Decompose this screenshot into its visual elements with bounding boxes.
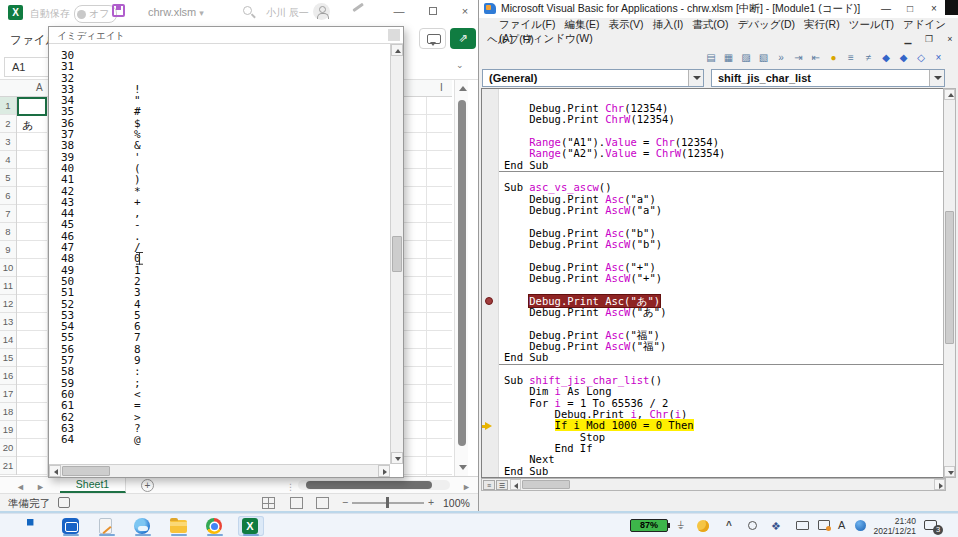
menu-実行[interactable]: 実行(R) [804, 18, 840, 30]
autosave-toggle[interactable]: 自動保存 オフ [30, 5, 117, 23]
menu-書式[interactable]: 書式(O) [692, 18, 728, 30]
dropdown-arrow-icon[interactable] [929, 70, 944, 86]
code-vscroll-thumb[interactable] [945, 211, 954, 344]
user-name[interactable]: 小川 辰一 [266, 6, 309, 20]
sheet-tab-sheet1[interactable]: Sheet1 [60, 477, 126, 493]
battery-indicator[interactable]: 87% [630, 519, 668, 532]
hscroll-right-icon[interactable]: ► [462, 482, 471, 492]
row-header-14[interactable]: 14 [0, 331, 16, 349]
comment-block-icon[interactable]: ≡ [843, 50, 859, 65]
comments-button[interactable] [419, 28, 446, 49]
list-properties-icon[interactable]: ▤ [703, 50, 719, 65]
sync-icon[interactable] [748, 521, 757, 530]
uncomment-block-icon[interactable]: ≠ [861, 50, 877, 65]
menu-help[interactable]: ヘルプ(H) [487, 33, 534, 45]
ime-mode-icon[interactable]: A [838, 519, 845, 531]
row-header-19[interactable]: 19 [0, 421, 16, 439]
excel-close-button[interactable]: × [450, 0, 480, 22]
chrome-app-icon[interactable] [202, 516, 228, 536]
explorer-app-icon[interactable] [166, 516, 192, 536]
recorder-app-icon[interactable] [58, 516, 84, 536]
dropdown-arrow-icon[interactable] [688, 70, 703, 86]
imm-scroll-down[interactable] [391, 452, 403, 464]
row-header-16[interactable]: 16 [0, 367, 16, 385]
row-header-15[interactable]: 15 [0, 349, 16, 367]
row-headers[interactable]: 123456789101112131415161718192021 [0, 97, 17, 475]
row-header-18[interactable]: 18 [0, 403, 16, 421]
code-scroll-up[interactable] [944, 89, 955, 100]
code-scroll-right[interactable] [934, 479, 945, 490]
code-line[interactable]: Debug.Print AscW("福") [482, 341, 946, 352]
excel-maximize-button[interactable] [418, 0, 448, 22]
code-line[interactable]: Debug.Print AscW("+") [482, 273, 946, 284]
code-horizontal-scrollbar[interactable]: ≡ ☰ [481, 478, 946, 491]
row-header-20[interactable]: 20 [0, 439, 16, 457]
app-tray-icon[interactable] [855, 520, 866, 531]
module-restore-button[interactable]: ❐ [920, 34, 938, 44]
row-header-12[interactable]: 12 [0, 295, 16, 313]
row-header-9[interactable]: 9 [0, 241, 16, 259]
list-constants-icon[interactable]: ▦ [721, 50, 737, 65]
start-button[interactable] [22, 516, 48, 536]
module-close-button[interactable]: × [941, 34, 958, 44]
complete-word-icon[interactable]: » [773, 50, 789, 65]
row-header-5[interactable]: 5 [0, 169, 16, 187]
grid-vertical-scrollbar[interactable] [454, 80, 468, 476]
vba-close-button[interactable]: × [922, 2, 946, 16]
code-line[interactable]: End Sub [482, 160, 946, 171]
code-scroll-left[interactable] [510, 479, 521, 490]
excel-minimize-button[interactable]: — [384, 0, 414, 22]
snip-tool-icon[interactable] [818, 520, 830, 530]
grid-horizontal-scrollbar[interactable] [298, 480, 450, 490]
row-header-13[interactable]: 13 [0, 313, 16, 331]
code-line[interactable]: Range("A2").Value = ChrW(12354) [482, 148, 946, 159]
imm-scroll-up[interactable] [391, 44, 403, 56]
row-header-1[interactable]: 1 [0, 97, 16, 115]
imm-scroll-right[interactable] [378, 465, 390, 477]
toggle-breakpoint-icon[interactable]: ● [826, 50, 842, 65]
row-header-17[interactable]: 17 [0, 385, 16, 403]
sheet-next-icon[interactable]: ► [36, 482, 45, 492]
zoom-level[interactable]: 100% [443, 497, 470, 509]
column-header-i[interactable]: I [440, 82, 443, 93]
avatar[interactable] [313, 3, 330, 20]
immediate-titlebar[interactable]: イミディエイト [49, 27, 403, 44]
zoom-out-button[interactable]: − [342, 496, 348, 508]
row-header-10[interactable]: 10 [0, 259, 16, 277]
row-header-21[interactable]: 21 [0, 457, 16, 475]
menu-ツール[interactable]: ツール(T) [849, 18, 894, 30]
pen-icon[interactable] [352, 3, 363, 12]
zoom-in-button[interactable]: + [428, 496, 434, 508]
module-minimize-button[interactable]: ▁ [899, 34, 917, 44]
indent-icon[interactable]: ⇥ [791, 50, 807, 65]
row-header-11[interactable]: 11 [0, 277, 16, 295]
immediate-close-icon[interactable] [388, 29, 400, 41]
scroll-down-icon[interactable] [459, 465, 467, 470]
code-hscroll-thumb[interactable] [522, 480, 570, 489]
code-vertical-scrollbar[interactable] [943, 88, 956, 478]
menu-挿入[interactable]: 挿入(I) [652, 18, 683, 30]
save-icon[interactable] [112, 4, 125, 17]
imm-vscroll-thumb[interactable] [392, 236, 402, 272]
share-button[interactable]: ⇗ [450, 28, 476, 49]
excel-app-icon[interactable]: X [238, 516, 264, 536]
row-header-6[interactable]: 6 [0, 187, 16, 205]
scroll-up-icon[interactable] [459, 86, 467, 91]
menu-編集[interactable]: 編集(E) [564, 18, 599, 30]
view-page-layout-icon[interactable] [290, 497, 303, 509]
tray-expand-icon[interactable]: ^ [726, 520, 732, 531]
cell-a2-value[interactable]: あ [22, 118, 33, 133]
vba-minimize-button[interactable]: — [874, 2, 898, 16]
view-normal-icon[interactable] [262, 497, 275, 509]
menu-デバッグ[interactable]: デバッグ(D) [738, 18, 796, 30]
row-header-7[interactable]: 7 [0, 205, 16, 223]
imm-scroll-left[interactable] [49, 465, 61, 477]
procedure-dropdown[interactable]: shift_jis_char_list [711, 69, 945, 87]
add-sheet-button[interactable]: + [141, 479, 154, 492]
parameter-info-icon[interactable]: ▧ [756, 50, 772, 65]
zoom-slider-thumb[interactable] [386, 497, 389, 508]
tab-splitter-icon[interactable]: ⋮ [286, 482, 295, 492]
selected-cell-a1[interactable] [17, 97, 47, 116]
grid-hscroll-thumb[interactable] [306, 481, 432, 489]
clear-bookmarks-icon[interactable]: × [931, 50, 947, 65]
